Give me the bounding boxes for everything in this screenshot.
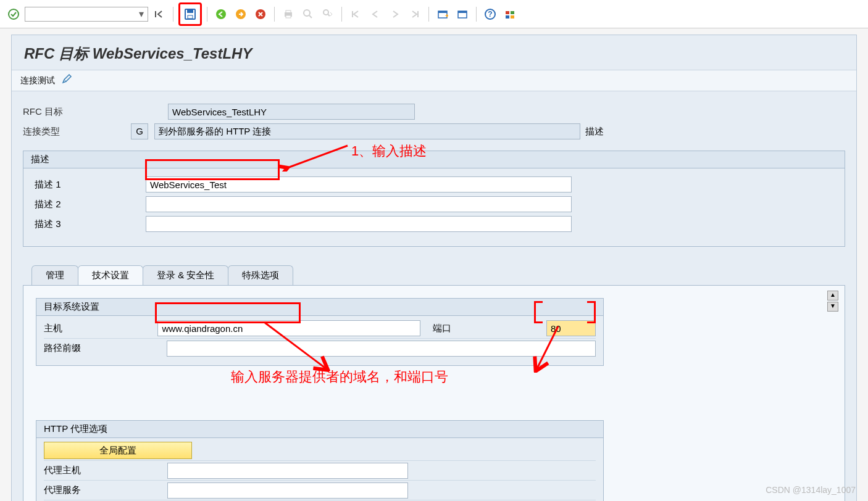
content-area: RFC 目标 连接类型 G 描述 描述 描述 1 描述 2 描述 (12, 91, 856, 501)
svg-rect-18 (458, 11, 467, 13)
enter-icon[interactable] (151, 6, 168, 23)
edit-pencil-icon[interactable] (61, 74, 73, 87)
toolbar-separator (341, 7, 342, 22)
proxy-service-row: 代理服务 (44, 480, 596, 500)
sub-toolbar: 连接测试 (12, 70, 856, 91)
description-group: 描述 描述 1 描述 2 描述 3 (23, 151, 845, 247)
tab-panel-tech: ▲ ▼ 目标系统设置 主机 端口 路径前缀 (23, 285, 845, 501)
desc3-label: 描述 3 (35, 218, 146, 230)
tab-strip: 管理 技术设置 登录 & 安全性 特殊选项 (23, 265, 845, 285)
global-config-row: 全局配置 (44, 441, 596, 460)
toolbar-separator (476, 7, 477, 22)
svg-text:?: ? (488, 10, 492, 19)
path-prefix-label: 路径前缀 (44, 342, 167, 354)
proxy-host-label: 代理主机 (44, 465, 167, 476)
scroll-up-button[interactable]: ▲ (827, 291, 838, 300)
tabs-container: 管理 技术设置 登录 & 安全性 特殊选项 ▲ ▼ 目标系统设置 主机 (23, 265, 845, 501)
desc3-input[interactable] (146, 216, 572, 232)
port-label: 端口 (433, 323, 546, 334)
proxy-service-input[interactable] (167, 482, 408, 499)
proxy-host-input[interactable] (167, 463, 408, 479)
page-container: RFC 目标 WebServices_TestLHY 连接测试 RFC 目标 连… (11, 35, 857, 501)
find-icon[interactable] (299, 6, 317, 23)
desc-row-3: 描述 3 (35, 214, 833, 234)
tab-admin[interactable]: 管理 (31, 265, 78, 285)
toolbar-separator (274, 7, 275, 22)
svg-line-13 (328, 14, 330, 16)
watermark: CSDN @1314lay_1007 (766, 485, 856, 495)
desc1-label: 描述 1 (35, 179, 146, 191)
toolbar-separator (207, 7, 207, 22)
connection-test-button[interactable]: 连接测试 (20, 75, 55, 86)
rfc-target-field[interactable] (168, 104, 415, 120)
desc2-input[interactable] (146, 196, 572, 212)
svg-rect-3 (188, 15, 193, 19)
svg-rect-24 (511, 15, 514, 19)
customize-icon[interactable] (501, 6, 519, 23)
connection-type-row: 连接类型 G 描述 (23, 122, 845, 141)
path-row: 路径前缀 (44, 338, 596, 358)
prev-page-icon[interactable] (367, 6, 384, 23)
new-session-icon[interactable]: ✦ (434, 6, 451, 23)
save-highlight-box (178, 2, 202, 26)
proxy-host-row: 代理主机 (44, 460, 596, 480)
svg-point-12 (323, 10, 328, 15)
host-input[interactable] (157, 320, 420, 336)
page-title: RFC 目标 WebServices_TestLHY (24, 44, 844, 64)
find-next-icon[interactable] (319, 6, 336, 23)
connection-type-desc (154, 123, 580, 139)
connection-type-label: 连接类型 (23, 126, 131, 138)
desc2-label: 描述 2 (35, 199, 146, 210)
print-icon[interactable] (280, 6, 297, 23)
first-page-icon[interactable] (347, 6, 364, 23)
rfc-target-label: RFC 目标 (23, 106, 168, 118)
desc-row-1: 描述 1 (35, 175, 833, 194)
last-page-icon[interactable] (406, 6, 424, 23)
exit-icon[interactable] (232, 6, 249, 23)
svg-text:✦: ✦ (444, 12, 448, 19)
rfc-target-row: RFC 目标 (23, 102, 845, 121)
scroll-down-button[interactable]: ▼ (827, 302, 838, 312)
desc1-input[interactable] (146, 176, 572, 193)
main-toolbar: ✦ ? (0, 0, 868, 28)
host-label: 主机 (44, 323, 157, 334)
description-group-title: 描述 (23, 151, 845, 168)
toolbar-separator (428, 7, 429, 22)
svg-rect-2 (187, 10, 193, 13)
global-config-button[interactable]: 全局配置 (44, 442, 192, 459)
svg-point-4 (216, 9, 226, 19)
save-button[interactable] (182, 6, 199, 23)
svg-point-0 (9, 9, 19, 19)
connection-type-code[interactable]: G (131, 123, 148, 139)
path-prefix-input[interactable] (167, 341, 596, 357)
proxy-service-label: 代理服务 (44, 484, 167, 496)
toolbar-separator (173, 7, 173, 22)
svg-rect-23 (506, 15, 509, 19)
help-icon[interactable]: ? (482, 6, 499, 23)
host-row: 主机 端口 (44, 318, 596, 338)
cancel-icon[interactable] (252, 6, 269, 23)
layout-icon[interactable] (454, 6, 471, 23)
ok-icon[interactable] (5, 6, 22, 23)
scroll-controls: ▲ ▼ (827, 291, 840, 312)
description-trail-label: 描述 (585, 126, 604, 138)
tab-tech[interactable]: 技术设置 (78, 265, 143, 285)
next-page-icon[interactable] (386, 6, 404, 23)
svg-rect-9 (286, 15, 291, 18)
svg-rect-22 (511, 11, 514, 14)
tab-special[interactable]: 特殊选项 (228, 265, 293, 285)
tab-login[interactable]: 登录 & 安全性 (143, 265, 228, 285)
port-input[interactable] (546, 320, 596, 336)
page-header: RFC 目标 WebServices_TestLHY (12, 35, 856, 70)
target-system-section: 目标系统设置 主机 端口 路径前缀 (36, 298, 604, 366)
command-combo[interactable] (25, 7, 148, 22)
proxy-section-title: HTTP 代理选项 (36, 421, 603, 438)
svg-point-10 (304, 10, 310, 16)
desc-row-2: 描述 2 (35, 194, 833, 214)
back-icon[interactable] (212, 6, 230, 23)
target-system-title: 目标系统设置 (36, 299, 603, 316)
proxy-section: HTTP 代理选项 全局配置 代理主机 代理服务 (36, 420, 604, 501)
svg-line-11 (309, 15, 312, 18)
svg-rect-21 (506, 11, 509, 14)
